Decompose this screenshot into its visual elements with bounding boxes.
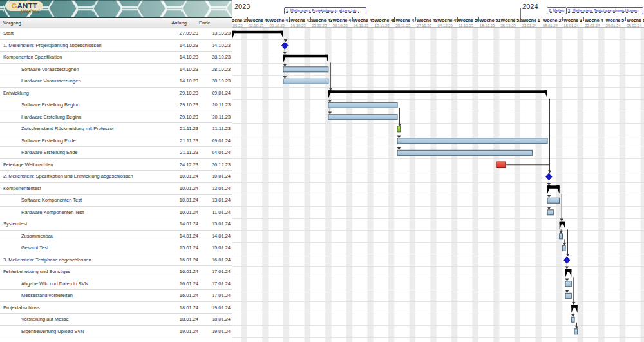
task-row[interactable]: Zwischenstand Rückmeldung mit Professor2… [0,123,232,135]
week-label: Woche 40 [249,18,270,23]
week-label: Woche 43 [312,18,333,23]
task-end-cell: 14.01.24 [187,231,231,242]
task-end-cell: 20.11.23 [187,99,231,111]
week-start-date: 29.01.24 [606,24,621,28]
dependency-arrow [571,314,574,317]
task-row[interactable]: Software Erstellung Ende21.11.2309.01.24 [0,135,232,147]
week-label: Woche 44 [333,18,354,23]
task-name-cell: Komponenten Spezifikation [3,52,62,63]
task-row[interactable]: Projektabschluss18.01.2419.01.24 [0,302,232,314]
gantt-milestone-diamond[interactable] [564,256,571,263]
weekend-band [367,28,373,342]
task-table-body: Start27.09.2313.10.231. Meilenstein: Pro… [0,28,232,337]
task-row[interactable]: Systemtest14.01.2415.01.24 [0,218,232,231]
gantt-bar-task[interactable] [565,281,571,287]
week-start-date: 23.10.23 [312,24,327,28]
task-end-cell: 19.01.24 [187,302,231,314]
milestone-timeline-label: 3. Meilenstein: Testphase abgeschlossen [566,7,643,14]
task-row[interactable]: Zusammenbau14.01.2414.01.24 [0,231,232,243]
gantt-bar-task[interactable] [547,210,553,215]
task-end-cell: 14.10.23 [187,40,231,52]
week-start-date: 20.11.23 [395,24,410,28]
task-end-cell: 15.01.24 [187,218,231,230]
summary-start-hook [571,305,574,313]
weekend-band [473,28,478,342]
gantt-bar-task[interactable] [283,67,328,72]
task-row[interactable]: Feiertage Weihnachten24.12.2326.12.23 [0,159,232,171]
task-name-cell: Komponententest [3,183,41,195]
gantt-bar-holiday[interactable] [497,162,506,168]
week-label: Woche 49 [438,18,459,23]
task-name-cell: Software Voraussetzugnen [21,64,79,75]
logo-subtitle: project [20,8,39,14]
task-row[interactable]: 3. Meilenstein: Testphase abgeschlossen1… [0,254,232,267]
task-name-cell: Hardware Erstellung Beginn [21,111,81,123]
week-tick [500,17,500,21]
task-name-cell: Vorstellung auf Messe [21,314,69,325]
task-row[interactable]: Hardware Komponenten Test10.01.2411.01.2… [0,207,232,219]
task-row[interactable]: Hardware Erstellung Beginn29.10.2320.11.… [0,111,232,124]
gantt-bar-task[interactable] [328,102,397,108]
task-name-cell: Hardware Komponenten Test [21,207,84,218]
summary-end-hook [574,305,578,313]
weekend-band [410,28,415,342]
task-row[interactable]: 2. Meilenstein: Spezifikation und Entwic… [0,171,232,183]
gantt-bar-summary[interactable] [283,55,328,58]
gantt-bar-task[interactable] [560,234,563,239]
week-start-date: 06.11.23 [354,24,368,28]
task-end-cell: 11.01.24 [187,207,231,218]
task-row[interactable]: Entwicklung29.10.2309.01.24 [0,88,232,100]
dependency-arrow [397,136,401,138]
gantt-bar-task[interactable] [397,150,533,155]
task-row[interactable]: Gesamt Test15.01.2415.01.24 [0,242,232,254]
task-row[interactable]: 1. Meilenstein: Projektplanung abgeschlo… [0,40,232,52]
weekend-band [305,28,310,342]
task-name-cell: Feiertage Weihnachten [3,159,53,171]
gantt-bar-task[interactable] [328,115,397,120]
week-label: Woche 45 [354,18,375,23]
task-row[interactable]: Vorstellung auf Messe18.01.2418.01.24 [0,314,232,326]
gantt-bar-task[interactable] [283,79,328,84]
task-row[interactable]: Hardware Voraussetzungen14.10.2328.10.23 [0,75,232,88]
summary-end-hook [568,269,571,278]
week-tick [352,17,353,21]
dependency-arrow [565,290,569,293]
gantt-bar-task[interactable] [565,293,571,298]
task-row[interactable]: Komponenten Spezifikation14.10.2328.10.2… [0,52,232,64]
task-name-cell: Eigenbewertung Upload SVN [21,326,84,337]
task-row[interactable]: Messestand vorbereiten16.01.2417.01.24 [0,290,232,302]
summary-end-hook [544,90,547,99]
gantt-bar-meeting[interactable] [397,126,401,132]
task-row[interactable]: Software Komponenten Test10.01.2413.01.2… [0,195,232,207]
task-row[interactable]: Hardware Erstellung Ende21.11.2304.01.24 [0,147,232,159]
column-header-ende: Ende [199,18,211,28]
week-tick [289,17,290,21]
weekend-band [493,28,499,342]
gantt-chart-viewport[interactable]: Woche 3925.09.23Woche 4002.10.23Woche 41… [232,0,644,342]
gantt-milestone-diamond[interactable] [546,173,553,180]
task-row[interactable]: Komponententest10.01.2413.01.24 [0,183,232,195]
gantt-bar-task[interactable] [571,317,574,322]
week-tick [625,17,626,21]
week-tick [269,17,269,21]
gantt-bar-summary[interactable] [328,90,547,93]
task-end-cell: 18.01.24 [187,314,231,325]
task-row[interactable]: Software Voraussetzugnen14.10.2328.10.23 [0,64,232,76]
weekend-band [451,28,457,342]
weekend-band [262,28,268,342]
task-row[interactable]: Software Erstellung Beginn29.10.2320.11.… [0,99,232,111]
gantt-bar-task[interactable] [574,329,578,334]
task-row[interactable]: Abgabe Wiki und Daten in SVN16.01.2417.0… [0,278,232,290]
week-label: Woche 2 [543,18,562,23]
gantt-bar-task[interactable] [397,138,547,144]
week-tick [415,17,416,21]
gantt-bar-summary[interactable] [232,31,283,34]
week-start-date: 01.01.24 [522,24,536,28]
year-tick [520,8,521,17]
task-row[interactable]: Eigenbewertung Upload SVN19.01.2419.01.2… [0,326,232,338]
gantt-bar-task[interactable] [562,245,565,251]
gantt-bar-task[interactable] [547,198,560,203]
task-row[interactable]: Fehlerbehebung und Sonstiges16.01.2417.0… [0,266,232,278]
task-row[interactable]: Start27.09.2313.10.23 [0,28,232,40]
summary-start-hook [565,269,569,278]
